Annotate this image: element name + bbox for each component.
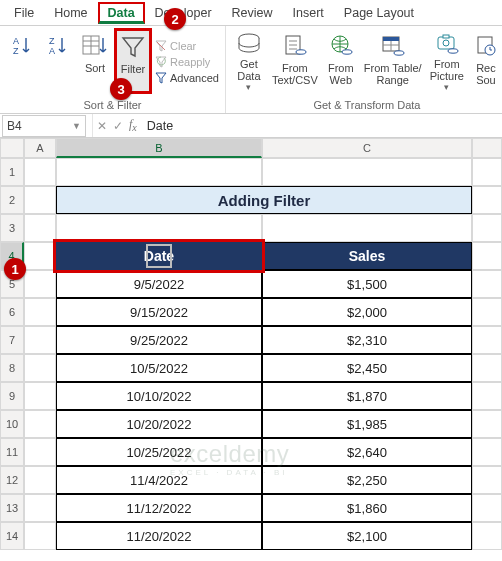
row-header[interactable]: 8 — [0, 354, 24, 382]
row-header[interactable]: 9 — [0, 382, 24, 410]
formula-input[interactable] — [141, 119, 502, 133]
cell[interactable] — [472, 298, 502, 326]
svg-rect-18 — [383, 37, 399, 41]
from-picture-button[interactable]: From Picture — [426, 28, 468, 94]
sales-cell[interactable]: $1,985 — [262, 410, 472, 438]
sales-cell[interactable]: $2,000 — [262, 298, 472, 326]
cell[interactable] — [56, 214, 262, 242]
row-header[interactable]: 11 — [0, 438, 24, 466]
cell[interactable] — [24, 158, 56, 186]
cell[interactable] — [24, 438, 56, 466]
tab-home[interactable]: Home — [44, 2, 97, 23]
cell[interactable] — [472, 270, 502, 298]
cell[interactable] — [262, 214, 472, 242]
cell[interactable] — [472, 326, 502, 354]
cell[interactable] — [24, 410, 56, 438]
clear-button[interactable]: Clear — [154, 40, 219, 53]
row-header[interactable]: 3 — [0, 214, 24, 242]
cell[interactable] — [24, 522, 56, 550]
table-title[interactable]: Adding Filter — [56, 186, 472, 214]
date-cell[interactable]: 11/12/2022 — [56, 494, 262, 522]
row-header[interactable]: 7 — [0, 326, 24, 354]
cell[interactable] — [24, 270, 56, 298]
fx-icon[interactable]: fx — [129, 117, 137, 133]
tab-review[interactable]: Review — [222, 2, 283, 23]
chevron-down-icon — [444, 82, 449, 92]
cell[interactable] — [24, 466, 56, 494]
cell[interactable] — [472, 354, 502, 382]
worksheet-grid[interactable]: A B C 1 2 Adding Filter 3 4 Date Sales 5… — [0, 138, 502, 550]
cell[interactable] — [472, 410, 502, 438]
row-header[interactable]: 10 — [0, 410, 24, 438]
sales-cell[interactable]: $2,640 — [262, 438, 472, 466]
sales-cell[interactable]: $1,870 — [262, 382, 472, 410]
date-cell[interactable]: 10/10/2022 — [56, 382, 262, 410]
row-header[interactable]: 14 — [0, 522, 24, 550]
date-cell[interactable]: 10/5/2022 — [56, 354, 262, 382]
col-header-c[interactable]: C — [262, 138, 472, 158]
row-header[interactable]: 12 — [0, 466, 24, 494]
chevron-down-icon[interactable]: ▼ — [72, 121, 81, 131]
date-cell[interactable]: 9/25/2022 — [56, 326, 262, 354]
sales-cell[interactable]: $1,500 — [262, 270, 472, 298]
reapply-button[interactable]: Reapply — [154, 56, 219, 69]
sales-cell[interactable]: $2,450 — [262, 354, 472, 382]
sales-cell[interactable]: $1,860 — [262, 494, 472, 522]
cell[interactable] — [262, 158, 472, 186]
cancel-icon[interactable]: ✕ — [97, 119, 107, 133]
cell[interactable] — [472, 438, 502, 466]
cell[interactable] — [56, 158, 262, 186]
row-header[interactable]: 13 — [0, 494, 24, 522]
col-header-a[interactable]: A — [24, 138, 56, 158]
tab-insert[interactable]: Insert — [283, 2, 334, 23]
cell[interactable] — [24, 326, 56, 354]
advanced-button[interactable]: Advanced — [154, 72, 219, 85]
enter-icon[interactable]: ✓ — [113, 119, 123, 133]
cell[interactable] — [472, 186, 502, 214]
select-all-corner[interactable] — [0, 138, 24, 158]
name-box[interactable]: B4 ▼ — [2, 115, 86, 137]
sort-desc-button[interactable]: ZA — [40, 28, 76, 94]
cell[interactable] — [472, 242, 502, 270]
row-header[interactable]: 6 — [0, 298, 24, 326]
sort-button[interactable]: Sort — [76, 28, 114, 94]
from-web-button[interactable]: From Web — [322, 28, 360, 94]
date-cell[interactable]: 9/5/2022 — [56, 270, 262, 298]
cell[interactable] — [24, 214, 56, 242]
col-header-b[interactable]: B — [56, 138, 262, 158]
cell[interactable] — [24, 242, 56, 270]
get-data-button[interactable]: Get Data — [230, 28, 268, 94]
cell[interactable] — [472, 382, 502, 410]
tab-file[interactable]: File — [4, 2, 44, 23]
cell[interactable] — [472, 158, 502, 186]
sales-cell[interactable]: $2,250 — [262, 466, 472, 494]
date-cell[interactable]: 9/15/2022 — [56, 298, 262, 326]
cell[interactable] — [24, 298, 56, 326]
cell[interactable] — [24, 494, 56, 522]
row-header[interactable]: 1 — [0, 158, 24, 186]
sales-cell[interactable]: $2,100 — [262, 522, 472, 550]
tab-data[interactable]: Data — [98, 2, 145, 24]
cell[interactable] — [472, 214, 502, 242]
cell[interactable] — [472, 466, 502, 494]
recent-sources-button[interactable]: Rec Sou — [468, 28, 502, 94]
from-table-button[interactable]: From Table/ Range — [360, 28, 426, 94]
sales-cell[interactable]: $2,310 — [262, 326, 472, 354]
cell[interactable] — [472, 494, 502, 522]
header-sales-cell[interactable]: Sales — [262, 242, 472, 270]
from-csv-button[interactable]: From Text/CSV — [268, 28, 322, 94]
sort-asc-button[interactable]: AZ — [4, 28, 40, 94]
col-header-overflow[interactable] — [472, 138, 502, 158]
row-header[interactable]: 2 — [0, 186, 24, 214]
cell[interactable] — [24, 186, 56, 214]
date-cell[interactable]: 10/25/2022 — [56, 438, 262, 466]
tab-pagelayout[interactable]: Page Layout — [334, 2, 424, 23]
header-date-cell[interactable]: Date — [53, 239, 265, 273]
date-cell[interactable]: 10/20/2022 — [56, 410, 262, 438]
date-cell[interactable]: 11/4/2022 — [56, 466, 262, 494]
date-cell[interactable]: 11/20/2022 — [56, 522, 262, 550]
cell[interactable] — [472, 522, 502, 550]
cell[interactable] — [24, 382, 56, 410]
cell[interactable] — [24, 354, 56, 382]
svg-point-25 — [448, 49, 458, 53]
